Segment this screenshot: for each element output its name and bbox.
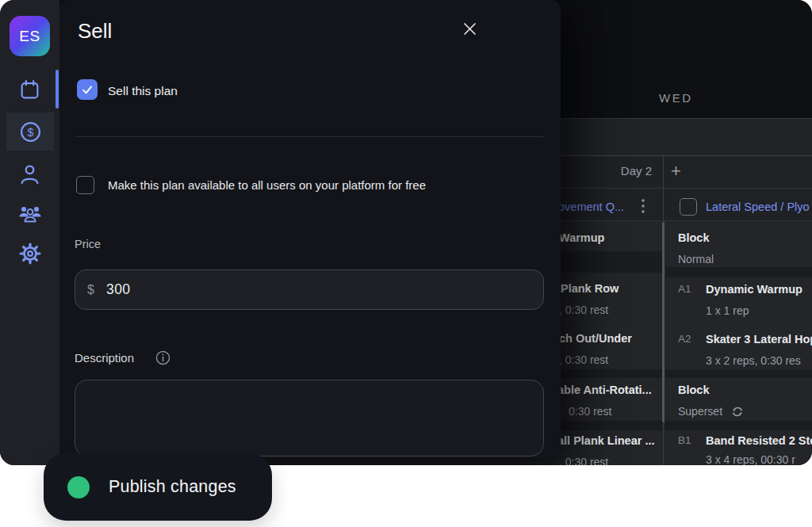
check-icon <box>81 83 94 96</box>
person-icon <box>19 163 40 185</box>
app-window: WED Day 2 + ovement Q... Warmup Plank Ro… <box>0 0 812 465</box>
exercise-name: all Plank Linear ... <box>557 434 655 447</box>
close-button[interactable] <box>457 16 482 41</box>
exercise-name: Warmup <box>559 231 604 244</box>
sidebar-item-settings[interactable] <box>0 235 59 273</box>
publish-changes-label: Publish changes <box>109 477 236 497</box>
weekday-header: WED <box>659 91 693 105</box>
kebab-menu-icon[interactable] <box>641 198 645 214</box>
workout-title-link[interactable]: Lateral Speed / Plyo <box>706 200 810 213</box>
exercise-meta: , 0:30 rest <box>559 456 608 465</box>
sell-this-plan-label: Sell this plan <box>108 84 178 98</box>
sidebar-item-clients[interactable] <box>0 195 59 233</box>
currency-symbol: $ <box>87 283 94 297</box>
calendar-icon <box>19 79 40 101</box>
exercise-meta: 3 x 2 reps, 0:30 res <box>706 354 801 367</box>
svg-text:$: $ <box>27 125 33 138</box>
sidebar: ES $ <box>0 0 59 465</box>
card-gap <box>665 267 812 277</box>
exercise-name: able Anti-Rotati... <box>557 384 652 396</box>
modal-divider <box>75 136 543 137</box>
block-type: Superset <box>678 405 722 418</box>
dollar-circle-icon: $ <box>20 121 41 143</box>
superset-cycle-icon <box>731 406 744 418</box>
modal-title: Sell <box>78 19 112 44</box>
avatar[interactable]: ES <box>10 16 50 56</box>
screenshot-stage: WED Day 2 + ovement Q... Warmup Plank Ro… <box>0 0 812 527</box>
card-gap <box>665 370 812 378</box>
exercise-meta: , 0:30 rest <box>559 353 608 366</box>
workout-title-link[interactable]: ovement Q... <box>558 200 624 213</box>
add-workout-button[interactable]: + <box>671 162 681 180</box>
publish-changes-button[interactable]: Publish changes <box>44 453 272 521</box>
exercise-meta: 1 x 1 rep <box>706 304 749 317</box>
close-icon <box>463 22 477 36</box>
exercise-name: Band Resisted 2 Step <box>706 434 812 447</box>
people-group-icon <box>18 203 42 225</box>
info-icon[interactable] <box>155 350 170 365</box>
free-plan-label: Make this plan available to all users on… <box>108 178 426 192</box>
sidebar-item-calendar[interactable] <box>0 71 59 109</box>
card-gap <box>665 421 812 430</box>
gear-icon <box>19 242 41 265</box>
day-label: Day 2 <box>600 164 652 178</box>
sell-modal: Sell Sell this plan Make this plan avail… <box>59 0 561 458</box>
exercise-name: Plank Row <box>561 282 619 295</box>
exercise-tag: A2 <box>678 333 691 345</box>
description-label: Description <box>75 351 134 365</box>
sidebar-item-profile[interactable] <box>0 155 59 193</box>
column-scroll-indicator[interactable] <box>662 222 665 422</box>
status-dot-icon <box>67 476 90 498</box>
exercise-meta: 0:30 rest <box>569 405 611 418</box>
sell-this-plan-checkbox[interactable] <box>77 79 98 100</box>
price-field[interactable]: $ <box>75 269 544 310</box>
exercise-tag: B1 <box>678 434 691 446</box>
free-plan-checkbox[interactable] <box>76 176 94 194</box>
description-textarea[interactable] <box>75 380 544 456</box>
block-label: Block <box>678 384 710 396</box>
exercise-name: Skater 3 Lateral Hop <box>706 333 812 346</box>
exercise-name: Dynamic Warmup <box>706 283 802 296</box>
exercise-name: ch Out/Under <box>559 332 632 345</box>
exercise-tag: A1 <box>678 283 691 295</box>
exercise-meta: , 0:30 rest <box>559 304 608 316</box>
price-input[interactable] <box>105 281 504 299</box>
block-type: Normal <box>678 253 714 265</box>
workout-select-checkbox[interactable] <box>680 198 697 216</box>
sidebar-item-sell[interactable]: $ <box>6 113 54 151</box>
price-label: Price <box>75 238 101 250</box>
exercise-meta: 3 x 4 reps, 00:30 r <box>706 453 795 465</box>
block-label: Block <box>678 231 710 244</box>
